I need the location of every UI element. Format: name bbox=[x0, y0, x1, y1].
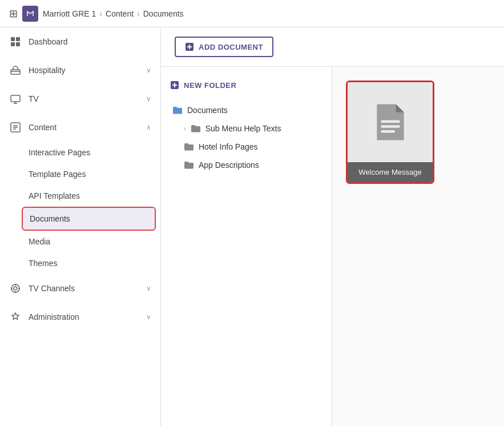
svg-rect-6 bbox=[11, 95, 20, 102]
svg-rect-14 bbox=[381, 130, 395, 132]
doc-card-welcome-message[interactable]: Welcome Message bbox=[346, 81, 434, 184]
hospitality-chevron: ∨ bbox=[146, 66, 151, 74]
breadcrumb-sep-2: › bbox=[137, 9, 140, 18]
sidebar: Dashboard Hospitality ∨ TV ∨ Content ∧ bbox=[0, 27, 161, 426]
tv-chevron: ∨ bbox=[146, 95, 151, 103]
tree-item-sub-menu-help-texts[interactable]: › Sub Menu Help Texts bbox=[182, 119, 322, 138]
tree-label-sub-menu-help-texts: Sub Menu Help Texts bbox=[205, 124, 281, 133]
tree-label-app-descriptions: App Descriptions bbox=[199, 160, 259, 170]
main-layout: Dashboard Hospitality ∨ TV ∨ Content ∧ bbox=[0, 27, 504, 426]
tree-sub-documents: › Sub Menu Help Texts Hotel Info Pages A… bbox=[170, 119, 322, 174]
themes-label: Themes bbox=[29, 259, 58, 268]
tv-channels-icon bbox=[9, 282, 22, 295]
sidebar-label-hospitality: Hospitality bbox=[29, 66, 139, 75]
sidebar-item-documents[interactable]: Documents bbox=[22, 207, 156, 231]
dashboard-icon bbox=[9, 35, 22, 48]
breadcrumb-part-3[interactable]: Documents bbox=[143, 9, 184, 18]
tree-item-app-descriptions[interactable]: App Descriptions bbox=[182, 156, 322, 174]
tree-label-hotel-info-pages: Hotel Info Pages bbox=[199, 142, 258, 151]
svg-point-9 bbox=[14, 287, 17, 290]
sidebar-item-tv-channels[interactable]: TV Channels ∨ bbox=[0, 274, 160, 303]
sidebar-item-content[interactable]: Content ∧ bbox=[0, 113, 160, 142]
content-icon bbox=[9, 121, 22, 134]
app-logo bbox=[22, 6, 38, 22]
breadcrumb-sep-1: › bbox=[99, 9, 102, 18]
hospitality-icon bbox=[9, 64, 22, 77]
content-submenu: Interactive Pages Template Pages API Tem… bbox=[0, 142, 160, 274]
sidebar-item-themes[interactable]: Themes bbox=[29, 252, 160, 274]
add-document-button[interactable]: ADD DOCUMENT bbox=[175, 37, 273, 57]
sidebar-label-administration: Administration bbox=[29, 312, 139, 321]
toolbar: ADD DOCUMENT bbox=[161, 27, 504, 67]
content-chevron: ∧ bbox=[146, 123, 151, 131]
svg-rect-2 bbox=[16, 37, 20, 41]
breadcrumb-part-2[interactable]: Content bbox=[106, 9, 134, 18]
sidebar-item-template-pages[interactable]: Template Pages bbox=[29, 163, 160, 185]
file-tree: NEW FOLDER Documents › Sub Menu Help Tex… bbox=[161, 67, 332, 426]
new-folder-button[interactable]: NEW FOLDER bbox=[170, 76, 236, 94]
sidebar-item-dashboard[interactable]: Dashboard bbox=[0, 27, 160, 56]
breadcrumb-part-1[interactable]: Marriott GRE 1 bbox=[43, 9, 96, 18]
add-document-label: ADD DOCUMENT bbox=[199, 43, 263, 51]
sidebar-item-administration[interactable]: Administration ∨ bbox=[0, 303, 160, 331]
tv-channels-chevron: ∨ bbox=[146, 284, 151, 292]
content-split: NEW FOLDER Documents › Sub Menu Help Tex… bbox=[161, 67, 504, 426]
svg-rect-5 bbox=[11, 70, 20, 74]
document-grid: Welcome Message bbox=[332, 67, 504, 426]
breadcrumb: Marriott GRE 1 › Content › Documents bbox=[43, 9, 184, 18]
tree-item-documents-root[interactable]: Documents bbox=[170, 101, 322, 119]
tree-label-documents: Documents bbox=[187, 106, 228, 115]
sidebar-label-tv-channels: TV Channels bbox=[29, 284, 139, 293]
administration-icon bbox=[9, 311, 22, 323]
administration-chevron: ∨ bbox=[146, 313, 151, 321]
svg-point-8 bbox=[11, 284, 19, 292]
sidebar-item-hospitality[interactable]: Hospitality ∨ bbox=[0, 56, 160, 85]
doc-card-label: Welcome Message bbox=[348, 162, 433, 182]
documents-label: Documents bbox=[30, 214, 70, 223]
svg-rect-12 bbox=[381, 120, 400, 123]
tree-item-hotel-info-pages[interactable]: Hotel Info Pages bbox=[182, 138, 322, 156]
sidebar-item-interactive-pages[interactable]: Interactive Pages bbox=[29, 142, 160, 163]
template-pages-label: Template Pages bbox=[29, 170, 86, 179]
svg-rect-13 bbox=[381, 125, 400, 127]
media-label: Media bbox=[29, 237, 50, 246]
svg-rect-3 bbox=[11, 42, 15, 46]
grid-icon[interactable]: ⊞ bbox=[9, 7, 18, 20]
doc-card-thumb bbox=[348, 82, 433, 162]
sidebar-label-dashboard: Dashboard bbox=[29, 37, 151, 46]
interactive-pages-label: Interactive Pages bbox=[29, 148, 90, 157]
tv-icon bbox=[9, 93, 22, 105]
sub-menu-chevron-icon: › bbox=[184, 125, 186, 132]
svg-rect-4 bbox=[16, 42, 20, 46]
sidebar-item-media[interactable]: Media bbox=[29, 231, 160, 252]
api-templates-label: API Templates bbox=[29, 191, 80, 200]
sidebar-label-tv: TV bbox=[29, 94, 139, 103]
new-folder-label: NEW FOLDER bbox=[184, 81, 236, 90]
svg-rect-1 bbox=[11, 37, 15, 41]
sidebar-item-api-templates[interactable]: API Templates bbox=[29, 185, 160, 207]
topbar: ⊞ Marriott GRE 1 › Content › Documents bbox=[0, 0, 504, 27]
sidebar-label-content: Content bbox=[29, 123, 139, 132]
sidebar-item-tv[interactable]: TV ∨ bbox=[0, 85, 160, 113]
content-area: ADD DOCUMENT NEW FOLDER Documents bbox=[161, 27, 504, 426]
